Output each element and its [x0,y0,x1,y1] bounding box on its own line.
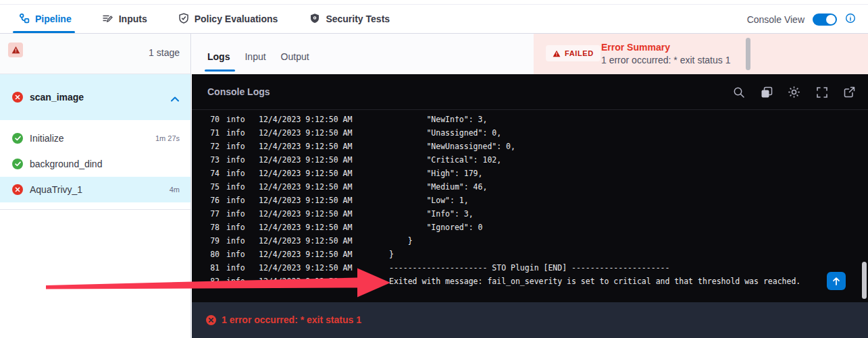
tab-policy-evaluations-label: Policy Evaluations [195,13,278,24]
tab-inputs[interactable]: Inputs [102,13,147,26]
log-message: "NewUnassigned": 0, [389,140,515,153]
status-badge-failed: FAILED [546,45,601,61]
step-name-label: Initialize [30,133,64,144]
error-summary-banner: FAILED Error Summary 1 error occurred: *… [534,34,868,74]
log-line-number: 72 [209,140,220,153]
log-timestamp: 12/4/2023 9:12:50 AM [259,153,352,167]
failed-badge-label: FAILED [565,49,594,57]
tab-output[interactable]: Output [281,51,309,62]
log-line-number: 76 [209,194,220,207]
fullscreen-icon[interactable] [815,86,828,98]
log-level: info [226,207,245,221]
active-log-tab-underline [205,69,235,72]
step-row-aquatrivy[interactable]: AquaTrivy_1 4m [0,177,190,202]
log-level: info [226,221,245,234]
stage-row-scan-image[interactable]: scan_image [0,74,190,120]
log-level: info [226,248,245,261]
log-message: "High": 179, [389,167,482,180]
tab-input[interactable]: Input [245,51,265,62]
step-row-background-dind[interactable]: background_dind [0,151,190,177]
copy-icon[interactable] [760,86,773,98]
warning-triangle-icon [11,46,20,54]
step-row-initialize[interactable]: Initialize 1m 27s [0,125,190,151]
log-level: info [226,116,245,126]
log-level: info [226,167,245,180]
log-message: "Info": 3, [389,207,474,221]
tab-logs[interactable]: Logs [207,51,230,62]
log-line-number: 78 [209,221,220,234]
toggle-knob [826,15,836,24]
log-line-number: 82 [209,275,220,288]
log-timestamp: 12/4/2023 9:12:50 AM [259,180,352,194]
log-message: } [389,234,413,248]
stage-name-label: scan_image [30,92,84,103]
console-footer-bar: 1 error occurred: * exit status 1 [192,302,868,338]
log-timestamp: 12/4/2023 9:12:50 AM [259,221,352,234]
console-toolbar [732,86,856,98]
log-line: 70info12/4/2023 9:12:50 AM "NewInfo": 3, [192,116,868,126]
execution-sidebar: 1 stage scan_image Initialize 1m 27s [0,34,191,338]
log-level: info [226,180,245,194]
log-timestamp: 12/4/2023 9:12:50 AM [259,126,352,140]
log-timestamp: 12/4/2023 9:12:50 AM [259,116,352,126]
stage-failed-icon [12,92,23,103]
log-line: 74info12/4/2023 9:12:50 AM "High": 179, [192,167,868,180]
arrow-up-icon [832,277,841,286]
step-name-label: background_dind [30,159,102,169]
search-icon[interactable] [732,86,745,98]
log-line: 79info12/4/2023 9:12:50 AM } [192,234,868,248]
log-line-number: 70 [209,116,220,126]
log-message: "Ignored": 0 [389,221,482,234]
log-lines: 70info12/4/2023 9:12:50 AM "NewInfo": 3,… [192,116,868,288]
console-view-toggle[interactable] [813,13,837,26]
error-summary-message: 1 error occurred: * exit status 1 [601,55,730,65]
scroll-to-top-button[interactable] [827,272,846,290]
log-line-number: 80 [209,248,220,261]
step-duration-label: 1m 27s [155,134,180,142]
log-scroll-area[interactable]: 70info12/4/2023 9:12:50 AM "NewInfo": 3,… [192,116,868,302]
log-timestamp: 12/4/2023 9:12:50 AM [259,207,352,221]
log-timestamp: 12/4/2023 9:12:50 AM [259,275,352,288]
log-timestamp: 12/4/2023 9:12:50 AM [259,140,352,153]
log-timestamp: 12/4/2023 9:12:50 AM [259,261,352,275]
open-in-new-icon[interactable] [843,86,856,98]
log-line-number: 74 [209,167,220,180]
log-line: 72info12/4/2023 9:12:50 AM "NewUnassigne… [192,140,868,153]
tab-pipeline-label: Pipeline [35,13,72,24]
info-icon[interactable] [845,13,856,26]
chevron-up-icon[interactable] [170,93,180,105]
log-message: --------------------- STO Plugin [END] -… [389,261,669,275]
tab-security-tests[interactable]: Security Tests [309,13,390,26]
footer-error: 1 error occurred: * exit status 1 [206,314,361,325]
warning-chip[interactable] [8,43,23,57]
settings-gear-icon[interactable] [788,86,800,98]
policy-check-icon [178,13,189,26]
log-level: info [226,140,245,153]
pipeline-icon [19,13,30,26]
step-list: Initialize 1m 27s background_dind AquaTr… [0,120,190,210]
log-line-highlighted: 82info12/4/2023 9:12:50 AMExited with me… [192,275,868,288]
tab-security-tests-label: Security Tests [326,13,390,24]
tab-pipeline[interactable]: Pipeline [19,13,72,26]
log-message: } [389,248,394,261]
console-scrollbar-thumb[interactable] [862,262,867,299]
log-message: Exited with message: fail_on_severity is… [389,275,800,288]
log-timestamp: 12/4/2023 9:12:50 AM [259,234,352,248]
log-line-number: 81 [209,261,220,275]
log-line-number: 73 [209,153,220,167]
log-line: 75info12/4/2023 9:12:50 AM "Medium": 46, [192,180,868,194]
log-message: "Unassigned": 0, [389,126,501,140]
top-navbar: Pipeline Inputs Policy Evaluations [0,5,868,34]
console-view-label: Console View [747,14,805,25]
error-circle-icon [206,315,216,325]
failed-warning-icon [553,50,561,57]
stage-count-label: 1 stage [149,47,180,58]
step-success-icon [12,159,23,169]
tab-policy-evaluations[interactable]: Policy Evaluations [178,13,278,26]
log-message: "NewInfo": 3, [389,116,487,126]
banner-scrollbar-thumb[interactable] [746,38,750,70]
log-line: 81info12/4/2023 9:12:50 AM--------------… [192,261,868,275]
log-line-number: 75 [209,180,220,194]
tab-inputs-label: Inputs [119,13,147,24]
top-strip [0,0,868,5]
